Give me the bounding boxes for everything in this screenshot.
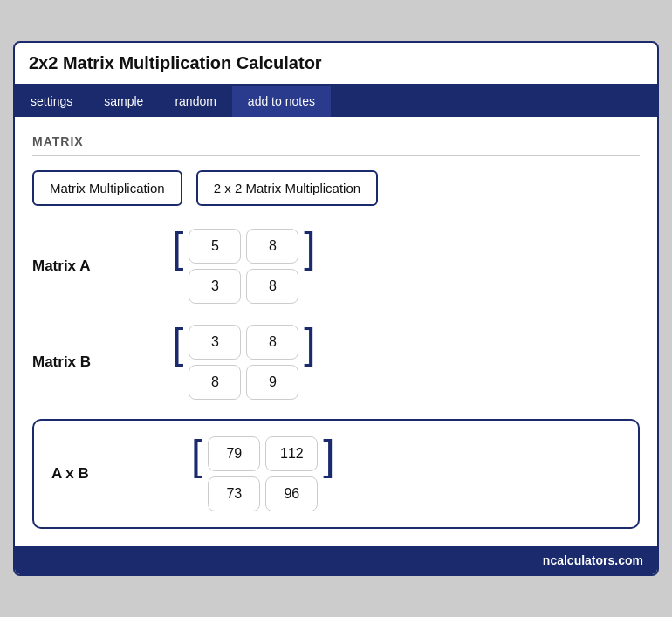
section-label: MATRIX xyxy=(32,134,640,156)
result-grid: 79 112 73 96 xyxy=(208,436,318,511)
result-cell-10: 73 xyxy=(208,476,260,511)
type-btn-2x2-matrix[interactable]: 2 x 2 Matrix Multiplication xyxy=(196,170,378,206)
result-label: A x B xyxy=(51,465,156,483)
nav-add-to-notes[interactable]: add to notes xyxy=(232,86,331,117)
matrix-b-label: Matrix B xyxy=(32,353,137,371)
bracket-right-a xyxy=(304,227,315,305)
matrix-a-grid: 5 8 3 8 xyxy=(189,229,298,304)
matrix-a-section: Matrix A 5 8 3 8 xyxy=(32,227,640,305)
matrix-b-cell-11[interactable]: 9 xyxy=(246,365,298,400)
result-box: A x B 79 112 73 96 xyxy=(32,419,640,529)
bracket-right-b xyxy=(304,323,315,401)
footer: ncalculators.com xyxy=(15,546,657,574)
content-area: MATRIX Matrix Multiplication 2 x 2 Matri… xyxy=(15,117,657,546)
matrix-b-bracket-wrapper: 3 8 8 9 xyxy=(172,323,316,401)
matrix-b-section: Matrix B 3 8 8 9 xyxy=(32,323,640,401)
nav-bar: settings sample random add to notes xyxy=(15,86,657,117)
matrix-b-cell-00[interactable]: 3 xyxy=(189,325,241,360)
title-bar: 2x2 Matrix Multiplication Calculator xyxy=(15,43,657,86)
matrix-a-label: Matrix A xyxy=(32,257,137,275)
matrix-b-cell-01[interactable]: 8 xyxy=(246,325,298,360)
bracket-left-result xyxy=(191,435,202,513)
matrix-b-cell-10[interactable]: 8 xyxy=(189,365,241,400)
app-container: 2x2 Matrix Multiplication Calculator set… xyxy=(13,41,659,576)
nav-sample[interactable]: sample xyxy=(88,86,159,117)
matrix-a-cell-00[interactable]: 5 xyxy=(189,229,241,264)
bracket-left-a xyxy=(172,227,183,305)
matrix-a-cell-01[interactable]: 8 xyxy=(246,229,298,264)
result-cell-11: 96 xyxy=(265,476,318,511)
matrix-b-grid: 3 8 8 9 xyxy=(189,325,298,400)
type-btn-matrix-multiplication[interactable]: Matrix Multiplication xyxy=(32,170,182,206)
nav-settings[interactable]: settings xyxy=(15,86,88,117)
result-bracket-wrapper: 79 112 73 96 xyxy=(191,435,335,513)
nav-random[interactable]: random xyxy=(159,86,231,117)
result-cell-00: 79 xyxy=(208,436,260,471)
bracket-right-result xyxy=(323,435,334,513)
matrix-a-bracket-wrapper: 5 8 3 8 xyxy=(172,227,316,305)
page-title: 2x2 Matrix Multiplication Calculator xyxy=(29,53,322,72)
footer-text: ncalculators.com xyxy=(543,553,643,567)
result-cell-01: 112 xyxy=(265,436,318,471)
matrix-a-cell-11[interactable]: 8 xyxy=(246,269,298,304)
matrix-a-cell-10[interactable]: 3 xyxy=(189,269,241,304)
type-selectors: Matrix Multiplication 2 x 2 Matrix Multi… xyxy=(32,170,640,206)
bracket-left-b xyxy=(172,323,183,401)
